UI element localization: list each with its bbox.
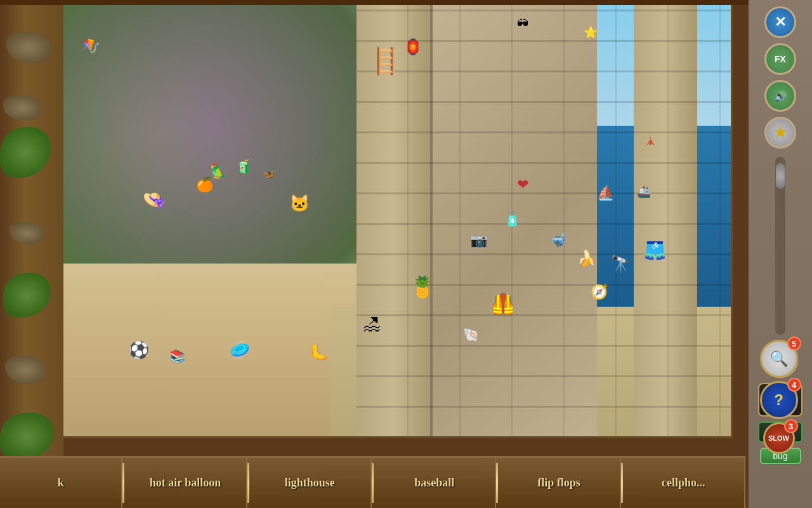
flippers-item[interactable]: 🦶 — [310, 345, 329, 361]
butterfly-item[interactable]: 🦋 — [263, 169, 275, 179]
close-button[interactable]: ✕ — [764, 6, 796, 38]
word-item-baseball[interactable]: baseball — [374, 458, 496, 508]
word-item-flip-flops[interactable]: flip flops — [498, 458, 620, 508]
kite-item[interactable]: 🪁 — [82, 39, 100, 53]
heart-item[interactable]: ❤ — [517, 178, 528, 192]
word-item-cellphone[interactable]: cellpho... — [623, 458, 745, 508]
word-item-k[interactable]: k — [0, 458, 122, 508]
lantern-item[interactable]: 🏮 — [403, 39, 422, 55]
rock-decoration — [10, 222, 44, 244]
star-button[interactable]: ★ — [764, 117, 796, 149]
stone-texture — [357, 5, 731, 436]
fruits-item[interactable]: 🍊 — [196, 178, 213, 192]
border-left — [0, 0, 63, 508]
lighthouse-scene-item[interactable]: 🗼 — [644, 135, 657, 145]
ball-item[interactable]: ⚽ — [129, 342, 149, 358]
game-container: 🪁 🦜 👒 🍊 🧃 🐱 🪜 🏮 ❤ 📷 🧴 🤿 🔭 🍌 🩳 🍍 🏖 🥏 🦶 🐚 … — [0, 0, 812, 508]
cat-item[interactable]: 🐱 — [289, 195, 310, 211]
snorkel-item[interactable]: 🤿 — [550, 234, 566, 246]
question-hint-count: 4 — [787, 378, 801, 392]
scroll-track[interactable] — [775, 157, 785, 335]
hat-item[interactable]: 👒 — [142, 190, 166, 210]
scroll-thumb[interactable] — [776, 163, 785, 189]
sunglasses-item[interactable]: 🕶 — [517, 18, 528, 29]
border-top — [0, 0, 812, 5]
rock-decoration — [6, 32, 51, 64]
sailboat-item[interactable]: ⛵ — [597, 186, 614, 200]
plant-decoration — [0, 413, 54, 460]
camera-item[interactable]: 📷 — [470, 234, 487, 248]
banana-item[interactable]: 🍌 — [577, 251, 596, 266]
shorts-item[interactable]: 🩳 — [644, 242, 666, 260]
fx-button[interactable]: FX — [764, 43, 796, 75]
word-item-hot-air-balloon[interactable]: hot air balloon — [124, 458, 247, 508]
game-scene[interactable]: 🪁 🦜 👒 🍊 🧃 🐱 🪜 🏮 ❤ 📷 🧴 🤿 🔭 🍌 🩳 🍍 🏖 🥏 🦶 🐚 … — [60, 3, 733, 438]
compass-item[interactable]: 🧭 — [591, 285, 608, 299]
binoculars-item[interactable]: 🔭 — [610, 255, 631, 272]
word-item-lighthouse[interactable]: lighthouse — [249, 458, 372, 508]
rock-decoration — [5, 356, 46, 384]
rock-decoration — [3, 95, 41, 121]
plant-decoration — [3, 273, 51, 318]
hint-area: 🔍 5 ? 4 SLOW 3 — [749, 340, 809, 454]
towel-item[interactable]: 🏖 — [363, 316, 381, 333]
life-jacket-item[interactable]: 🦺 — [490, 294, 516, 314]
starfish-item[interactable]: ⭐ — [584, 27, 598, 38]
ladder-item[interactable]: 🪜 — [370, 48, 402, 74]
word-bar: k hot air balloon lighthouse baseball fl… — [0, 456, 745, 508]
sunscreen-item[interactable]: 🧴 — [504, 212, 521, 226]
pineapple-item[interactable]: 🍍 — [410, 277, 435, 297]
drink-item[interactable]: 🧃 — [236, 160, 252, 173]
frisbee-item[interactable]: 🥏 — [230, 342, 250, 358]
magnify-hint-count: 5 — [787, 337, 801, 351]
sound-button[interactable]: 🔊 — [764, 80, 796, 112]
books-item[interactable]: 📚 — [169, 350, 185, 363]
shells-item[interactable]: 🐚 — [463, 328, 479, 341]
plant-decoration — [0, 127, 51, 178]
ship-item[interactable]: 🚢 — [637, 186, 651, 197]
slow-hint-count: 3 — [784, 419, 798, 433]
